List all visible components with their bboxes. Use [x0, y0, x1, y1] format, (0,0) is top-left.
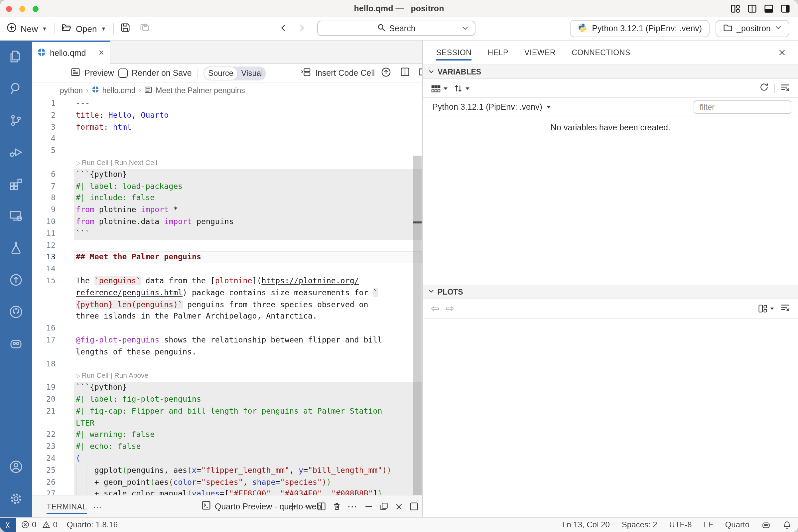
close-panel-icon[interactable]: [395, 502, 403, 510]
search-input[interactable]: Search: [317, 21, 475, 36]
panel-tab-viewer[interactable]: VIEWER: [524, 41, 556, 64]
code-row[interactable]: 27 + scale_color_manual(values=["#FF8C00…: [32, 489, 422, 495]
new-button[interactable]: New ▼: [7, 23, 47, 35]
code-row[interactable]: 5: [32, 145, 422, 157]
eol-status[interactable]: LF: [704, 520, 713, 530]
customize-layout-icon[interactable]: [731, 4, 740, 13]
sort-variables-icon[interactable]: [454, 84, 470, 93]
variables-filter-input[interactable]: filter: [694, 100, 791, 114]
tab-terminal[interactable]: TERMINAL: [46, 495, 87, 517]
preview-button[interactable]: Preview: [71, 64, 114, 82]
code-row[interactable]: 20#| label: fig-plot-penguins: [32, 394, 422, 406]
code-row[interactable]: 16: [32, 323, 422, 335]
activity-search-icon[interactable]: [0, 73, 32, 104]
code-row[interactable]: 19```{python}: [32, 382, 422, 394]
code-row[interactable]: 26 + geom_point(aes(color="species", sha…: [32, 476, 422, 489]
problems-status[interactable]: 0 0: [21, 520, 58, 530]
code-row[interactable]: 10from plotnine.data import penguins: [32, 216, 422, 228]
refresh-variables-icon[interactable]: [759, 82, 769, 94]
navigate-back-icon[interactable]: [279, 23, 287, 35]
activity-extensions-icon[interactable]: [0, 168, 32, 200]
save-all-button[interactable]: [139, 23, 149, 35]
panel-more-tabs-icon[interactable]: ···: [93, 495, 103, 517]
toggle-secondary-sidebar-icon[interactable]: [781, 4, 790, 13]
code-row[interactable]: 1---: [32, 98, 422, 110]
code-row[interactable]: 15The `penguins` data from the [plotnine…: [32, 275, 422, 287]
maximize-panel-icon[interactable]: [380, 502, 388, 511]
next-plot-icon[interactable]: ⇨: [446, 303, 454, 315]
breadcrumb-file[interactable]: hello.qmd: [102, 86, 136, 94]
save-button[interactable]: [120, 23, 130, 35]
activity-remote-explorer-icon[interactable]: [0, 200, 32, 232]
insert-code-cell-button[interactable]: Insert Code Cell: [301, 64, 375, 82]
code-row[interactable]: 21#| fig-cap: Flipper and bill length fo…: [32, 405, 422, 417]
open-button[interactable]: Open ▼: [61, 23, 106, 35]
new-terminal-icon[interactable]: [288, 502, 297, 511]
editor-scrollbar[interactable]: [413, 156, 422, 495]
code-row[interactable]: 4---: [32, 133, 422, 145]
code-row[interactable]: 18: [32, 358, 422, 370]
code-row[interactable]: 11```: [32, 228, 422, 240]
code-row[interactable]: 23#| echo: false: [32, 441, 422, 453]
plots-section-header[interactable]: PLOTS: [423, 284, 798, 299]
terminal-dropdown-icon[interactable]: [304, 503, 310, 510]
code-row[interactable]: 14: [32, 263, 422, 275]
language-mode-status[interactable]: Quarto: [725, 520, 749, 530]
panel-tab-session[interactable]: SESSION: [436, 41, 472, 64]
tab-hello-qmd[interactable]: hello.qmd ✕: [32, 41, 110, 64]
panel-tab-help[interactable]: HELP: [488, 41, 508, 64]
code-row[interactable]: 9from plotnine import *: [32, 204, 422, 216]
code-row[interactable]: 25 ggplot(penguins, aes(x="flipper_lengt…: [32, 464, 422, 476]
activity-explorer-icon[interactable]: [0, 41, 32, 73]
activity-assistant-icon[interactable]: [0, 328, 32, 360]
notifications-bell-icon[interactable]: [783, 521, 791, 529]
variables-section-header[interactable]: VARIABLES: [423, 64, 798, 79]
code-row[interactable]: 24(: [32, 453, 422, 465]
activity-testing-icon[interactable]: [0, 232, 32, 264]
render-on-save-checkbox[interactable]: Render on Save: [118, 64, 192, 82]
code-area[interactable]: 1---2title: Hello, Quarto3format: html4-…: [32, 98, 422, 495]
code-row[interactable]: lengths of these penguins.: [32, 346, 422, 358]
workspace-selector-button[interactable]: _positron: [715, 20, 790, 37]
visual-mode-button[interactable]: Visual: [238, 69, 266, 78]
breadcrumb-folder[interactable]: python: [60, 86, 83, 94]
code-row[interactable]: 6```{python}: [32, 169, 422, 181]
code-row[interactable]: 12: [32, 240, 422, 252]
run-cell-icon[interactable]: ▷: [76, 159, 80, 166]
code-row[interactable]: three islands in the Palmer Archipelago,…: [32, 311, 422, 323]
encoding-status[interactable]: UTF-8: [669, 520, 692, 530]
panel-more-actions-icon[interactable]: ···: [348, 502, 358, 511]
source-mode-button[interactable]: Source: [204, 66, 238, 80]
indentation-status[interactable]: Spaces: 2: [622, 520, 657, 530]
code-row[interactable]: 17@fig-plot-penguins shows the relations…: [32, 335, 422, 346]
interpreter-selector-button[interactable]: Python 3.12.1 (PipEnv: .venv): [570, 20, 709, 37]
activity-run-debug-icon[interactable]: [0, 136, 32, 168]
code-row[interactable]: 2title: Hello, Quarto: [32, 110, 422, 122]
activity-github-icon[interactable]: [0, 296, 32, 328]
code-row[interactable]: reference/penguins.html) package contain…: [32, 287, 422, 299]
code-row[interactable]: 7#| label: load-packages: [32, 180, 422, 192]
toggle-panel-icon[interactable]: [764, 4, 773, 13]
panel-tab-connections[interactable]: CONNECTIONS: [572, 41, 630, 64]
close-tab-icon[interactable]: ✕: [98, 49, 104, 57]
close-secondary-panel-icon[interactable]: [778, 41, 786, 64]
copilot-status-icon[interactable]: [761, 521, 771, 529]
navigate-forward-icon[interactable]: [298, 23, 306, 35]
panel-layout-icon[interactable]: [410, 502, 418, 511]
code-row[interactable]: 22#| warning: false: [32, 429, 422, 441]
activity-publish-icon[interactable]: [0, 264, 32, 296]
render-document-button[interactable]: [381, 64, 391, 82]
kill-terminal-icon[interactable]: [332, 502, 341, 511]
clear-variables-icon[interactable]: [780, 82, 790, 95]
previous-plot-icon[interactable]: ⇦: [431, 303, 439, 315]
split-terminal-icon[interactable]: [317, 502, 326, 511]
activity-settings-icon[interactable]: [0, 482, 32, 514]
cursor-position-status[interactable]: Ln 13, Col 20: [562, 520, 610, 530]
code-row[interactable]: 8#| include: false: [32, 192, 422, 205]
activity-account-icon[interactable]: [0, 451, 32, 482]
group-variables-icon[interactable]: [431, 83, 448, 93]
code-row[interactable]: 3format: html: [32, 121, 422, 133]
remote-indicator[interactable]: [0, 518, 16, 532]
clear-plots-icon[interactable]: [780, 302, 790, 315]
session-interpreter-dropdown[interactable]: Python 3.12.1 (PipEnv: .venv): [432, 102, 542, 111]
